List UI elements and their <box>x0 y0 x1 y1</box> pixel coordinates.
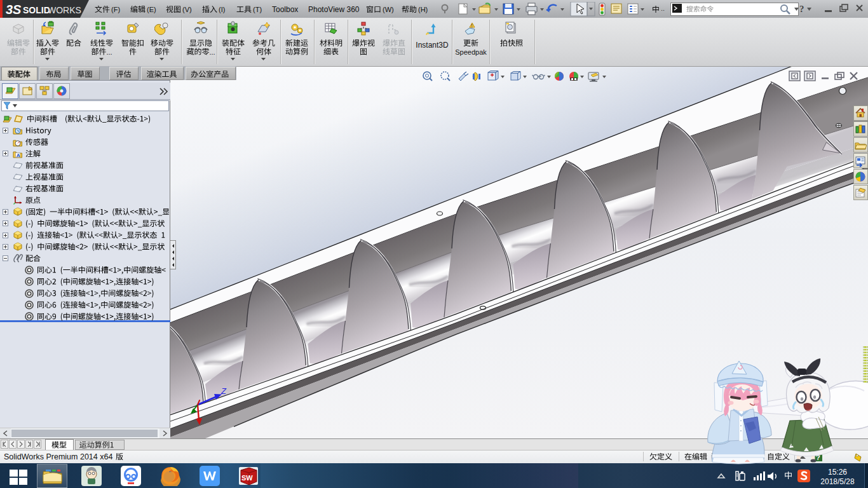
svg-text:A: A <box>17 152 20 158</box>
svg-text:3S: 3S <box>6 3 22 17</box>
svg-text:SW: SW <box>241 474 253 482</box>
svg-text:SOLID: SOLID <box>23 5 50 15</box>
svg-text:WORKS: WORKS <box>48 5 81 15</box>
svg-text:?: ? <box>799 4 804 14</box>
svg-text:!: ! <box>471 24 473 28</box>
svg-text:Z: Z <box>220 386 227 396</box>
